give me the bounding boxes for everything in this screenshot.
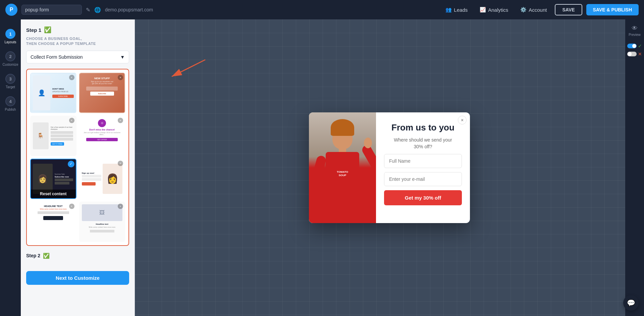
toggle-row-2: ✕	[627, 51, 642, 57]
toggle-2-x: ✕	[638, 51, 642, 57]
popup-image-side: TOMATOSOUP	[309, 112, 376, 223]
step-2-label-panel: Step 2	[26, 253, 40, 258]
panel-footer: Next to Customize	[21, 267, 135, 289]
save-publish-button[interactable]: SAVE & PUBLISH	[586, 4, 639, 15]
analytics-nav[interactable]: 📈 Analytics	[476, 7, 512, 13]
template-close-icon-3: ×	[69, 118, 74, 123]
step-complete-icon: ✅	[44, 26, 51, 34]
edit-icon[interactable]: ✎	[86, 7, 90, 13]
step-4-publish[interactable]: 4 Publish	[0, 94, 21, 114]
step-4-circle: 4	[5, 96, 15, 106]
chevron-down-icon: ▼	[120, 54, 125, 60]
template-signup-woman[interactable]: Sign up now! 👩 ×	[79, 159, 125, 199]
step-3-circle: 3	[5, 74, 15, 84]
globe-icon: 🌐	[94, 7, 101, 13]
popup-modal: × TOMATOSOUP	[309, 112, 470, 223]
step-2-circle: 2	[5, 51, 15, 61]
step-number: Step 1	[26, 27, 41, 33]
templates-container: 👤 DON'T MISS UPDATES FROM US SUBSCRIBE ×	[26, 69, 129, 246]
svg-line-1	[172, 60, 205, 76]
step-1-layouts[interactable]: 1 Layouts	[0, 26, 21, 47]
template-product[interactable]: 🪑 Get a free sample of our best shampoo …	[30, 116, 76, 156]
analytics-icon: 📈	[480, 7, 486, 13]
next-to-customize-button[interactable]: Next to Customize	[26, 271, 129, 285]
save-button[interactable]: SAVE	[555, 4, 582, 15]
popup-fullname-input[interactable]	[384, 154, 462, 168]
chat-icon: 💬	[627, 299, 635, 307]
popup-email-input[interactable]	[384, 172, 462, 186]
template-dark-sale[interactable]: 👩 Summer Sale Subscribe now ✓ Reset cont…	[30, 159, 76, 199]
template-headline[interactable]: HEADLINE TEXT Write some content here on…	[30, 202, 76, 242]
leads-icon: 👥	[445, 7, 452, 13]
toggle-1-check: ✓	[638, 43, 642, 49]
reset-content-overlay[interactable]: Reset content	[31, 190, 76, 198]
template-close-icon-8: ×	[118, 204, 123, 209]
template-close-icon-6: ×	[118, 161, 123, 166]
account-icon: ⚙️	[520, 7, 527, 13]
arrow-annotation	[152, 53, 219, 88]
site-name-input[interactable]	[21, 5, 82, 15]
preview-button[interactable]: 👁 Preview	[629, 25, 641, 37]
popup-close-button[interactable]: ×	[458, 116, 467, 124]
popup-subtitle: Where should we send your30% off?	[384, 137, 462, 150]
step-1-label: Layouts	[4, 40, 16, 44]
template-dont-miss[interactable]: 👤 DON'T MISS UPDATES FROM US SUBSCRIBE ×	[30, 73, 76, 113]
template-close-icon: ×	[69, 75, 74, 80]
step-header: Step 1 ✅	[26, 26, 129, 34]
eye-icon: 👁	[632, 25, 638, 32]
step-2-check-icon: ✅	[43, 253, 50, 259]
left-panel: Step 1 ✅ CHOOSE A BUSINESS GOAL,THEN CHO…	[21, 19, 135, 316]
goal-dropdown[interactable]: Collect Form Submission ▼	[26, 51, 129, 63]
template-close-icon-2: ×	[118, 75, 123, 80]
step-2-customize[interactable]: 2 Customize	[0, 49, 21, 69]
popup-cta-button[interactable]: Get my 30% off	[384, 190, 462, 205]
template-image-headline[interactable]: 🖼 Headline text Write some content here …	[79, 202, 125, 242]
steps-sidebar: 1 Layouts 2 Customize 3 Target 4 Publish	[0, 19, 21, 316]
toggle-2[interactable]	[627, 52, 637, 56]
site-url: demo.popupsmart.com	[105, 7, 153, 12]
step-subtext: CHOOSE A BUSINESS GOAL,THEN CHOOSE A POP…	[26, 36, 129, 47]
toggle-row-1: ✓	[627, 43, 642, 49]
chat-widget[interactable]: 💬	[623, 295, 639, 311]
template-new-stuff[interactable]: NEW STUFF Sign up for our newsletter and…	[79, 73, 125, 113]
step-1-circle: 1	[5, 29, 15, 39]
step-3-target[interactable]: 3 Target	[0, 71, 21, 92]
account-nav[interactable]: ⚙️ Account	[516, 7, 551, 13]
template-purple[interactable]: ◎ Don't miss the chance! Join us & get e…	[79, 116, 125, 156]
step-4-label: Publish	[5, 108, 16, 111]
templates-grid: 👤 DON'T MISS UPDATES FROM US SUBSCRIBE ×	[30, 73, 125, 242]
step-2-label: Customize	[2, 63, 18, 66]
template-close-icon-4: ×	[118, 118, 123, 123]
leads-nav[interactable]: 👥 Leads	[441, 7, 472, 13]
popup-title: From us to you	[384, 122, 462, 133]
logo-button[interactable]: P	[5, 4, 17, 16]
preview-label: Preview	[629, 33, 641, 37]
preview-sidebar: 👁 Preview ✓ ✕	[625, 19, 644, 316]
step-3-label: Target	[6, 85, 15, 89]
goal-dropdown-label: Collect Form Submission	[31, 54, 83, 60]
canvas-area: × TOMATOSOUP	[135, 19, 644, 316]
template-close-icon-7: ×	[69, 204, 74, 209]
popup-content-side: From us to you Where should we send your…	[376, 112, 470, 223]
topbar: P ✎ 🌐 demo.popupsmart.com 👥 Leads 📈 Anal…	[0, 0, 644, 19]
toggle-1[interactable]	[627, 44, 637, 48]
template-selected-badge: ✓	[68, 161, 74, 167]
